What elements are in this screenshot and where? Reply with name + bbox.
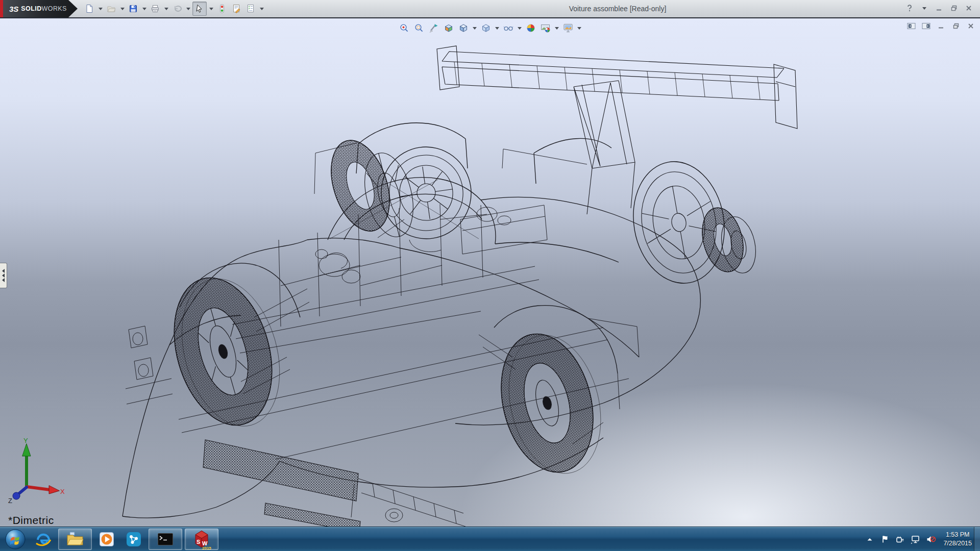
taskbar-share-app[interactable] [121,529,146,549]
document-window-controls [906,21,976,31]
taskbar-solidworks-2015[interactable]: SW2015 [185,529,218,550]
left-arrow-icon [2,273,5,278]
doc-close-button[interactable] [966,21,976,31]
triad-x-label: X [60,488,65,495]
network-icon[interactable] [911,534,921,544]
save-dropdown[interactable] [141,2,148,15]
print-dropdown[interactable] [163,2,169,15]
minimize-button[interactable] [934,2,944,14]
previous-view-button[interactable] [427,21,440,35]
orientation-triad[interactable]: Y X Z [4,438,65,504]
brand-3ds-mark: 3S [9,5,18,13]
clock-time: 1:53 PM [943,531,972,539]
triad-y-label: Y [23,438,28,444]
taskbar-internet-explorer[interactable] [31,529,56,549]
wireframe-car-model[interactable] [0,18,980,527]
undo-button [170,2,184,15]
view-orientation-label: *Dimetric [8,514,54,527]
main-toolbar [83,0,265,17]
open-dropdown[interactable] [119,2,126,15]
display-style-button[interactable] [479,21,493,35]
titlebar-controls [904,2,974,14]
view-settings-dropdown[interactable] [576,21,582,35]
solidworks-logo: 3S SOLIDWORKS [0,0,78,17]
taskbar: SW2015 1:53 PM 7/28/2015 [0,527,980,551]
print-button[interactable] [149,2,162,15]
open-button [105,2,118,15]
volume-muted-icon[interactable] [926,534,936,544]
undo-dropdown[interactable] [185,2,191,15]
zoom-to-area-button[interactable] [412,21,426,35]
help-dropdown-button[interactable] [919,2,929,14]
view-settings-button[interactable] [561,21,575,35]
taskbar-media-player[interactable] [94,529,119,549]
view-orientation-button[interactable] [457,21,470,35]
file-properties-button[interactable] [230,2,243,15]
apply-scene-dropdown[interactable] [554,21,560,35]
power-icon[interactable] [895,534,905,544]
doc-minimize-button[interactable] [936,21,946,31]
rebuild-button[interactable] [215,2,229,15]
taskbar-clock[interactable]: 1:53 PM 7/28/2015 [943,531,972,547]
close-button[interactable] [964,2,974,14]
left-arrow-icon [2,278,5,282]
options-dropdown[interactable] [258,2,265,15]
taskbar-command-prompt[interactable] [149,529,182,550]
clock-date: 7/28/2015 [943,539,972,547]
display-style-dropdown[interactable] [494,21,500,35]
collapse-right-pane-button[interactable] [921,21,932,31]
collapse-left-pane-button[interactable] [906,21,917,31]
restore-button[interactable] [949,2,959,14]
left-arrow-icon [2,269,5,273]
hide-show-items-button[interactable] [502,21,515,35]
hidden-icons-icon[interactable] [865,534,875,544]
taskbar-start[interactable] [2,529,29,549]
taskbar-windows-explorer[interactable] [58,529,92,550]
apply-scene-button[interactable] [539,21,552,35]
brand-works: WORKS [42,5,67,12]
save-button[interactable] [127,2,140,15]
help-button[interactable] [904,2,915,14]
options-button[interactable] [244,2,257,15]
brand-solid: SOLID [21,5,41,12]
document-title: Voiture assomblee [Read-only] [541,5,694,13]
view-orientation-dropdown[interactable] [472,21,478,35]
svg-text:2015: 2015 [202,546,211,550]
section-view-button[interactable] [442,21,455,35]
action-center-icon[interactable] [880,534,890,544]
feature-manager-collapse-tab[interactable] [0,263,7,288]
title-bar: 3S SOLIDWORKS Voiture assomblee [Read-on… [0,0,980,18]
select-button[interactable] [192,2,207,16]
window-edge-accent [0,0,3,17]
triad-z-label: Z [8,497,12,504]
edit-appearance-button[interactable] [524,21,537,35]
graphics-viewport[interactable]: Y X Z *Dimetric [0,18,980,527]
new-document-button[interactable] [83,2,96,15]
select-dropdown[interactable] [208,2,214,15]
svg-text:S: S [197,539,200,545]
new-document-dropdown[interactable] [97,2,104,15]
doc-restore-button[interactable] [951,21,961,31]
heads-up-view-toolbar [398,21,582,35]
taskbar-buttons: SW2015 [0,527,218,551]
zoom-to-fit-button[interactable] [398,21,411,35]
system-tray: 1:53 PM 7/28/2015 [865,527,972,551]
show-desktop-button[interactable] [974,527,980,551]
hide-show-items-dropdown[interactable] [517,21,523,35]
